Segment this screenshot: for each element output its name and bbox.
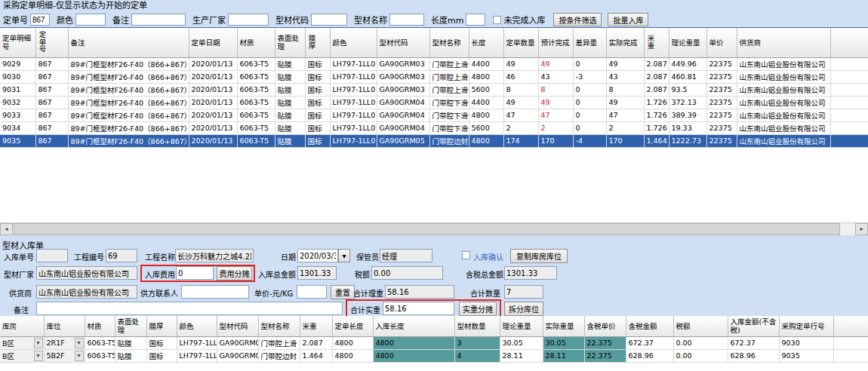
table-row[interactable]: B区▾2R1F▾6063-T5贴膜国标LH797-1LL0GA90GRM03门带… (0, 336, 868, 349)
table-row[interactable]: B区▾5B2F▾6063-T5贴膜国标LH797-1LL0GA90GRM05门带… (0, 349, 868, 362)
inbound-form-row-2: 型材厂家 入库费用 费用分摊 入库总金额 税额 含税总金额 (0, 265, 868, 283)
cell: 国标 (305, 83, 330, 96)
column-header-14[interactable]: 含税单价 (584, 316, 626, 336)
remark-filter-input[interactable] (131, 14, 186, 26)
supplier-label: 供货商 (9, 287, 32, 299)
fee-split-button[interactable]: 费用分摊 (217, 266, 252, 281)
cell: 贴膜 (275, 121, 305, 134)
scrollbar-thumb[interactable] (14, 223, 840, 235)
column-header-4[interactable]: 膜厚 (146, 316, 177, 336)
cell: 28.11 (543, 349, 584, 362)
cell: 2 (538, 121, 573, 134)
table-row[interactable]: 903486789#门框型材F26-F40（866+867）2020/01/13… (0, 121, 868, 134)
copy-location-button[interactable]: 复制库房库位 (510, 249, 568, 263)
total-actual-weight-input[interactable] (383, 302, 454, 315)
column-header-13[interactable]: 差异量 (573, 28, 606, 57)
remark-input[interactable] (36, 302, 343, 315)
table-row[interactable]: 903286789#门框型材F26-F40（866+867）2020/01/13… (0, 96, 868, 109)
table-row[interactable]: 902986789#门框型材F26-F40（866+867）2020/01/13… (0, 57, 868, 70)
reset-button[interactable]: 重置 (331, 285, 355, 299)
date-input[interactable] (297, 249, 338, 262)
combo-cell[interactable]: B区▾ (0, 336, 44, 349)
column-header-3[interactable]: 定单日期 (189, 28, 237, 57)
column-header-17[interactable]: 单价 (706, 28, 737, 57)
cell: 867 (35, 134, 68, 147)
split-location-button[interactable]: 拆分库位 (504, 302, 543, 316)
column-header-5[interactable]: 表面处理 (275, 28, 305, 57)
column-header-3[interactable]: 表面处理 (115, 316, 146, 336)
date-dropdown-button[interactable]: ▾ (338, 249, 350, 262)
column-header-14[interactable]: 实际完成 (606, 28, 644, 57)
combo-cell[interactable]: B区▾ (0, 349, 44, 362)
column-header-0[interactable]: 定单明细号 (0, 28, 35, 57)
cell: 672.37 (626, 336, 673, 349)
order-no-filter-input[interactable] (30, 14, 50, 26)
dropdown-arrow-icon[interactable]: ▾ (75, 338, 84, 348)
cell: 9032 (0, 96, 35, 109)
color-filter-input[interactable] (75, 14, 106, 26)
unfinished-checkbox[interactable] (493, 16, 501, 24)
column-header-11[interactable]: 定单数量 (503, 28, 538, 57)
column-header-12[interactable]: 预计完成 (538, 28, 573, 57)
column-header-10[interactable]: 入库长度 (373, 316, 454, 336)
table-row[interactable]: 903086789#门框型材F26-F40（866+867）2020/01/13… (0, 70, 868, 83)
column-header-6[interactable]: 型材代码 (217, 316, 258, 336)
column-header-17[interactable]: 入库金额(不含税) (728, 316, 779, 336)
column-header-8[interactable]: 米重 (300, 316, 332, 336)
column-header-2[interactable]: 备注 (68, 28, 189, 57)
column-header-16[interactable]: 理论重量 (669, 28, 706, 57)
cell: 2.087 (644, 83, 669, 96)
profile-name-filter-input[interactable] (389, 14, 424, 26)
cell: 贴膜 (275, 96, 305, 109)
column-header-9[interactable]: 定单长度 (332, 316, 373, 336)
table-row[interactable]: 903386789#门框型材F26-F40（866+867）2020/01/13… (0, 109, 868, 121)
batch-inbound-button[interactable]: 批量入库 (608, 13, 648, 26)
manufacturer-filter-input[interactable] (228, 14, 269, 26)
column-header-9[interactable]: 型材名称 (429, 28, 469, 57)
inbound-confirm-checkbox[interactable] (462, 251, 470, 259)
inbound-total-label: 入库总金额 (258, 268, 296, 280)
column-header-2[interactable]: 材质 (85, 316, 115, 336)
column-header-11[interactable]: 型材数量 (454, 316, 500, 336)
actual-weight-split-button[interactable]: 实重分摊 (459, 302, 497, 316)
column-header-12[interactable]: 理论重量 (500, 316, 543, 336)
total-qty-label: 合计数量 (470, 287, 500, 299)
dropdown-arrow-icon[interactable]: ▾ (75, 351, 84, 361)
column-header-15[interactable]: 米重 (644, 28, 669, 57)
column-header-18[interactable]: 供货商 (737, 28, 830, 57)
cell: 389.39 (669, 109, 706, 121)
supplier-contact-input[interactable] (181, 285, 249, 299)
inbound-fee-input[interactable] (176, 266, 214, 280)
combo-cell[interactable]: 5B2F▾ (44, 349, 85, 362)
scroll-right-button[interactable]: ▸ (855, 223, 868, 235)
length-filter-input[interactable] (466, 14, 485, 26)
table-row[interactable]: 903186789#门框型材F26-F40（866+867）2020/01/13… (0, 83, 868, 96)
column-header-7[interactable]: 颜色 (330, 28, 377, 57)
unit-price-input[interactable] (297, 285, 327, 299)
column-header-16[interactable]: 税额 (673, 316, 728, 336)
combo-cell[interactable]: 2R1F▾ (44, 336, 85, 349)
scroll-left-button[interactable]: ◂ (0, 223, 13, 235)
filter-by-condition-button[interactable]: 按条件筛选 (553, 13, 602, 26)
dropdown-arrow-icon[interactable]: ▾ (34, 351, 43, 361)
column-header-1[interactable]: 定单号 (35, 28, 68, 57)
horizontal-scrollbar[interactable]: ◂ ▸ (0, 222, 868, 235)
column-header-6[interactable]: 膜厚 (305, 28, 330, 57)
column-header-7[interactable]: 型材名称 (258, 316, 300, 336)
column-header-15[interactable]: 含税金额 (626, 316, 673, 336)
inbound-form-row-1: 入库单号 工程编号 工程名称 日期 ▾ 保管员 入库确认 复制库房库位 (0, 248, 868, 265)
column-header-1[interactable]: 库位 (44, 316, 85, 336)
column-header-8[interactable]: 型材代码 (377, 28, 429, 57)
column-header-0[interactable]: 库房 (0, 316, 44, 336)
column-header-5[interactable]: 颜色 (177, 316, 217, 336)
profile-code-filter-input[interactable] (311, 14, 347, 26)
cell: 2 (606, 121, 644, 134)
column-header-10[interactable]: 长度 (469, 28, 503, 57)
column-header-18[interactable]: 采购定单行号 (779, 316, 833, 336)
dropdown-arrow-icon[interactable]: ▾ (34, 338, 43, 348)
table-row[interactable]: 903586789#门框型材F26-F40（866+867）2020/01/13… (0, 134, 868, 147)
tax-input (371, 266, 443, 280)
column-header-13[interactable]: 实际重量 (543, 316, 584, 336)
cell: 9029 (0, 57, 35, 70)
column-header-4[interactable]: 材质 (237, 28, 275, 57)
